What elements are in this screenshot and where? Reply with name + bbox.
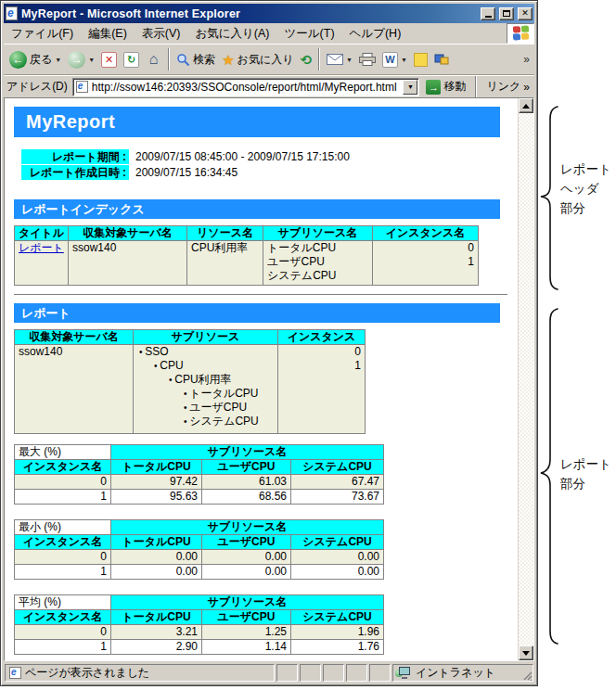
address-dropdown-button[interactable]: ▼ (403, 80, 417, 95)
server-cell: ssow140 (15, 345, 134, 434)
scroll-down-button[interactable] (519, 645, 533, 660)
stat-metric-label: 最大 (%) (15, 445, 111, 460)
refresh-button[interactable]: ↻ (121, 46, 142, 72)
forward-icon: → (68, 51, 85, 69)
favorites-button[interactable]: ★ お気に入り (219, 46, 296, 72)
notes-icon (414, 53, 428, 67)
menu-bar: ファイル(F) 編集(E) 表示(V) お気に入り(A) ツール(T) ヘルプ(… (4, 23, 534, 45)
close-button[interactable]: ✕ (518, 7, 533, 20)
toolbar-separator (318, 48, 320, 70)
ie-document-icon[interactable] (6, 6, 18, 20)
go-label: 移動 (443, 79, 466, 95)
forward-button[interactable]: → ▼ (65, 46, 97, 72)
table-row: 0 97.42 61.03 67.47 (15, 475, 384, 490)
toolbar-separator (168, 48, 170, 70)
print-button[interactable] (356, 46, 379, 72)
home-button[interactable]: ⌂ (143, 46, 164, 72)
toolbar-overflow-chevron[interactable]: » (523, 53, 532, 66)
col-header-instance: インスタンス名 (15, 610, 111, 625)
scroll-up-button[interactable] (519, 98, 533, 113)
instance-cell: 0 1 (278, 345, 366, 434)
address-url[interactable]: http://ssow146:20393/SSOConsole/report/h… (92, 81, 400, 94)
stat-metric-label: 最小 (%) (15, 520, 111, 535)
mail-button[interactable]: ▼ (324, 46, 355, 72)
col-header-user-cpu: ユーザCPU (202, 460, 291, 475)
search-button[interactable]: 検索 (173, 46, 218, 72)
report-section-brace (535, 306, 563, 647)
resource-cell: CPU利用率 (187, 241, 263, 286)
favorites-label: お気に入り (237, 52, 294, 68)
resize-grip[interactable] (520, 669, 533, 681)
web-page: MyReport レポート期間 : 2009/07/15 08:45:00 - … (5, 98, 518, 660)
header-section-brace (535, 104, 563, 291)
vertical-scrollbar[interactable] (518, 98, 533, 660)
col-header-instance: インスタンス名 (373, 226, 479, 241)
intranet-icon (397, 667, 412, 679)
report-meta: レポート期間 : 2009/07/15 08:45:00 - 2009/07/1… (21, 149, 510, 180)
back-icon: ← (9, 51, 27, 69)
col-header-system-cpu: システムCPU (291, 610, 384, 625)
stop-icon: ✕ (101, 52, 117, 68)
history-icon: ⟲ (300, 53, 312, 67)
col-header-subresource: サブリソース (134, 330, 278, 345)
search-label: 検索 (193, 52, 215, 68)
favorites-star-icon: ★ (222, 53, 234, 67)
word-dropdown-icon: ▼ (401, 57, 407, 63)
stat-metric-label: 平均 (%) (15, 595, 111, 610)
table-row: 1 2.90 1.14 1.76 (15, 640, 384, 655)
browser-viewport: MyReport レポート期間 : 2009/07/15 08:45:00 - … (4, 97, 534, 661)
search-icon (176, 53, 190, 67)
toolbar-separator (475, 76, 477, 98)
subresource-span-header: サブリソース名 (111, 595, 384, 610)
report-link[interactable]: レポート (19, 241, 64, 254)
menu-favorites[interactable]: お気に入り(A) (187, 23, 276, 44)
back-button[interactable]: ← 戻る ▼ (6, 46, 64, 72)
url-ie-icon (76, 81, 88, 93)
standard-toolbar: ← 戻る ▼ → ▼ ✕ ↻ ⌂ 検索 ★ お気に入り (4, 45, 534, 75)
col-header-subresource: サブリソース名 (263, 226, 373, 241)
browser-window: MyReport - Microsoft Internet Explorer ✕… (0, 0, 538, 686)
status-pane (369, 664, 391, 682)
mail-icon (327, 54, 343, 65)
menu-edit[interactable]: 編集(E) (81, 23, 135, 44)
col-header-total-cpu: トータルCPU (111, 535, 202, 550)
menu-tools[interactable]: ツール(T) (277, 23, 342, 44)
links-toolbar[interactable]: リンク » (484, 79, 532, 95)
minimize-button[interactable] (481, 7, 495, 20)
col-header-total-cpu: トータルCPU (111, 610, 202, 625)
instance-cell: 0 1 (373, 241, 479, 286)
menu-file[interactable]: ファイル(F) (4, 23, 81, 44)
section-divider (14, 294, 507, 296)
scrollbar-track[interactable] (519, 113, 533, 645)
col-header-user-cpu: ユーザCPU (202, 610, 291, 625)
stop-button[interactable]: ✕ (98, 46, 120, 72)
print-icon (359, 53, 376, 66)
history-button[interactable]: ⟲ (297, 46, 314, 72)
maximize-button[interactable] (499, 7, 514, 20)
back-label: 戻る (30, 52, 52, 68)
menu-view[interactable]: 表示(V) (135, 23, 188, 44)
table-row: 1 95.63 68.56 73.67 (15, 490, 384, 505)
col-header-system-cpu: システムCPU (291, 535, 384, 550)
notes-button[interactable] (411, 46, 430, 72)
subresource-span-header: サブリソース名 (111, 520, 384, 535)
stat-table-min: 最小 (%) サブリソース名 インスタンス名 トータルCPU ユーザCPU シス… (14, 519, 384, 580)
menu-help[interactable]: ヘルプ(H) (342, 23, 409, 44)
address-input[interactable]: http://ssow146:20393/SSOConsole/report/h… (72, 78, 420, 96)
table-row: レポート ssow140 CPU利用率 トータルCPU ユーザCPU システムC… (15, 241, 479, 286)
stat-table-avg: 平均 (%) サブリソース名 インスタンス名 トータルCPU ユーザCPU シス… (14, 594, 384, 655)
stat-table-max: 最大 (%) サブリソース名 インスタンス名 トータルCPU ユーザCPU シス… (14, 444, 384, 505)
links-chevron[interactable]: » (523, 81, 530, 94)
messenger-button[interactable] (431, 46, 452, 72)
report-period-value: 2009/07/15 08:45:00 - 2009/07/15 17:15:0… (135, 150, 350, 163)
col-header-title: タイトル (15, 226, 69, 241)
report-created-row: レポート作成日時 : 2009/07/15 16:34:45 (21, 165, 510, 180)
col-header-server: 収集対象サーバ名 (15, 330, 134, 345)
edit-with-word-button[interactable]: W ▼ (379, 46, 410, 72)
zone-label: イントラネット (416, 665, 495, 681)
report-period-label: レポート期間 : (21, 149, 129, 164)
subresource-cell: トータルCPU ユーザCPU システムCPU (263, 241, 373, 286)
annotation-report-body: レポート 部分 (560, 454, 611, 493)
page-status-icon (9, 667, 21, 679)
go-button[interactable]: → 移動 (424, 79, 468, 95)
